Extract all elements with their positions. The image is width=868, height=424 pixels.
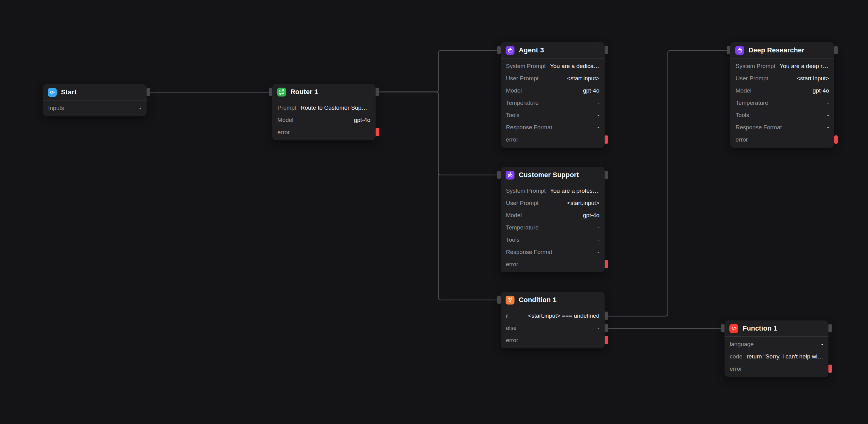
- node-header[interactable]: Function 1: [724, 321, 829, 336]
- input-handle[interactable]: [727, 46, 730, 54]
- field-row: Model gpt-4o: [272, 114, 376, 126]
- node-body: Prompt Route to Customer Suppo... Model …: [272, 100, 376, 140]
- node-header[interactable]: Agent 3: [501, 42, 604, 58]
- field-row: Model gpt-4o: [501, 85, 604, 97]
- node-body: Inputs -: [43, 100, 147, 116]
- error-row: error: [501, 334, 604, 347]
- field-label: System Prompt: [736, 63, 775, 69]
- field-row: System Prompt You are a professio...: [501, 185, 604, 197]
- if-output-handle[interactable]: [604, 312, 608, 320]
- field-value: -: [557, 124, 599, 131]
- node-function-1[interactable]: Function 1 language - code return "Sorry…: [724, 321, 829, 377]
- field-row: Response Format -: [730, 121, 834, 134]
- node-customer-support[interactable]: Customer Support System Prompt You are a…: [501, 167, 604, 272]
- input-handle[interactable]: [269, 88, 272, 96]
- output-handle[interactable]: [829, 324, 832, 332]
- field-row: Tools -: [501, 109, 604, 121]
- field-row-if: if <start.input> === undefined: [501, 310, 604, 322]
- node-header[interactable]: Start: [43, 84, 147, 100]
- field-row: Model gpt-4o: [730, 85, 834, 97]
- field-value: <start.input>: [543, 200, 599, 206]
- field-label: Model: [506, 212, 522, 219]
- edge-router-condition: [379, 92, 497, 300]
- field-value: gpt-4o: [756, 87, 829, 94]
- node-router-1[interactable]: Router 1 Prompt Route to Customer Suppo.…: [272, 84, 376, 140]
- field-label: Model: [736, 87, 751, 94]
- field-value: -: [524, 236, 599, 243]
- field-label: error: [506, 261, 518, 268]
- field-value: return "Sorry, I can't help with ...: [747, 353, 823, 360]
- field-label: error: [277, 129, 290, 136]
- node-title: Start: [61, 88, 76, 96]
- flow-canvas[interactable]: Start Inputs - Router 1: [0, 0, 868, 424]
- field-label: if: [506, 313, 509, 319]
- field-row: User Prompt <start.input>: [730, 72, 834, 85]
- field-label: Tools: [506, 112, 519, 119]
- field-label: Temperature: [506, 100, 539, 106]
- node-title: Router 1: [290, 88, 318, 96]
- field-label: error: [730, 365, 742, 372]
- node-header[interactable]: Condition 1: [501, 292, 604, 308]
- field-row: Model gpt-4o: [501, 209, 604, 222]
- node-condition-1[interactable]: Condition 1 if <start.input> === undefin…: [501, 292, 604, 348]
- field-value: You are a dedicate...: [550, 63, 599, 69]
- error-handle[interactable]: [834, 135, 838, 144]
- field-row: Temperature -: [501, 97, 604, 109]
- field-value: gpt-4o: [298, 117, 370, 124]
- field-label: code: [730, 353, 742, 360]
- field-label: Response Format: [736, 124, 782, 131]
- input-handle[interactable]: [497, 46, 501, 54]
- node-title: Function 1: [743, 324, 777, 332]
- field-label: else: [506, 325, 517, 331]
- bot-icon: [505, 171, 515, 180]
- output-handle[interactable]: [604, 46, 608, 54]
- field-row: Prompt Route to Customer Suppo...: [272, 102, 376, 114]
- error-row: error: [501, 134, 604, 146]
- edge-router-agent3: [379, 51, 497, 92]
- field-value: gpt-4o: [526, 212, 599, 219]
- node-header[interactable]: Deep Researcher: [730, 42, 834, 58]
- field-row: Temperature -: [501, 222, 604, 234]
- field-label: System Prompt: [506, 188, 546, 194]
- error-handle[interactable]: [604, 260, 608, 268]
- output-handle[interactable]: [834, 46, 838, 54]
- field-row: Response Format -: [501, 121, 604, 134]
- field-value: -: [543, 224, 599, 231]
- node-title: Agent 3: [519, 46, 544, 54]
- output-handle[interactable]: [147, 88, 150, 96]
- node-start[interactable]: Start Inputs -: [43, 84, 147, 116]
- output-handle[interactable]: [376, 88, 379, 96]
- node-deep-researcher[interactable]: Deep Researcher System Prompt You are a …: [730, 42, 834, 148]
- error-handle[interactable]: [829, 365, 832, 373]
- field-value: -: [773, 100, 829, 106]
- field-label: error: [506, 337, 518, 344]
- field-value: You are a professio...: [550, 188, 599, 194]
- field-label: Model: [277, 117, 293, 124]
- bot-icon: [505, 46, 515, 55]
- node-body: language - code return "Sorry, I can't h…: [724, 336, 829, 377]
- field-label: error: [506, 136, 518, 143]
- error-row: error: [730, 134, 834, 146]
- error-handle[interactable]: [604, 135, 608, 144]
- else-output-handle[interactable]: [604, 324, 608, 332]
- bot-icon: [735, 46, 744, 55]
- field-label: Inputs: [48, 105, 64, 111]
- field-label: Prompt: [277, 104, 296, 111]
- node-agent-3[interactable]: Agent 3 System Prompt You are a dedicate…: [501, 42, 604, 148]
- field-row-else: else -: [501, 322, 604, 334]
- error-handle[interactable]: [376, 128, 379, 136]
- field-row: code return "Sorry, I can't help with ..…: [724, 351, 829, 363]
- error-row: error: [272, 126, 376, 138]
- error-row: error: [724, 363, 829, 375]
- start-icon: [48, 88, 57, 97]
- input-handle[interactable]: [497, 296, 501, 304]
- node-header[interactable]: Customer Support: [501, 167, 604, 183]
- output-handle[interactable]: [604, 171, 608, 179]
- input-handle[interactable]: [497, 171, 501, 179]
- node-body: System Prompt You are a dedicate... User…: [501, 58, 604, 148]
- input-handle[interactable]: [721, 324, 724, 332]
- error-handle[interactable]: [604, 336, 608, 344]
- node-header[interactable]: Router 1: [272, 84, 376, 100]
- field-value: <start.input>: [543, 75, 599, 82]
- field-label: language: [730, 341, 754, 348]
